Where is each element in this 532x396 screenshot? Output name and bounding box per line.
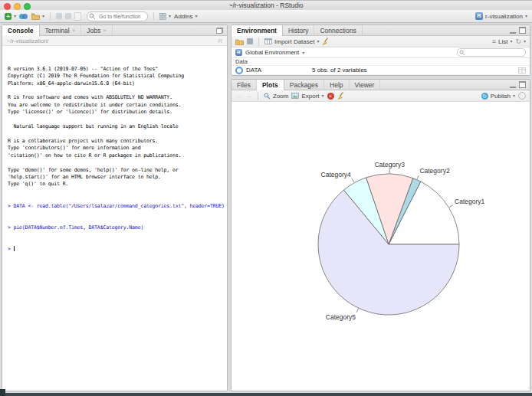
environment-toolbar: Import Dataset ▾ ≡ List ▾ ↻ ▾ (232, 36, 530, 47)
import-dataset-icon (264, 38, 272, 44)
pie-label: Category5 (326, 313, 356, 321)
plots-pane: Files Plots Packages Help Viewer ← → Zoo… (231, 79, 530, 391)
tab-console[interactable]: Console (2, 25, 40, 36)
goto-file-input[interactable] (97, 12, 146, 21)
export-plot-button[interactable]: Export ▾ (291, 93, 323, 100)
window-bottom-edge (0, 393, 532, 396)
tab-terminal[interactable]: Terminal× (40, 25, 82, 35)
addins-label: Addins (174, 13, 192, 20)
save-icon (56, 13, 62, 19)
console-prompt[interactable]: > (8, 246, 227, 253)
environment-scope-label[interactable]: Global Environment (245, 49, 299, 56)
export-label: Export (301, 93, 319, 100)
maximize-pane-icon[interactable] (519, 81, 526, 88)
tab-plots[interactable]: Plots (257, 80, 284, 90)
chevron-down-icon: ▾ (317, 39, 319, 44)
minimize-pane-icon[interactable] (510, 28, 516, 34)
new-project-icon[interactable] (19, 13, 28, 20)
console-command: > pie(DATA$Number.of.Times, DATA$Categor… (8, 224, 227, 231)
new-file-icon: + (5, 13, 11, 20)
save-button[interactable] (56, 13, 62, 19)
pie-label-tick (449, 205, 452, 208)
tab-jobs[interactable]: Jobs× (81, 25, 113, 35)
refresh-icon: ↻ (515, 38, 521, 45)
zoom-plot-button[interactable]: Zoom (264, 93, 288, 100)
close-icon[interactable]: × (103, 27, 107, 34)
maximize-pane-icon[interactable] (519, 27, 526, 34)
publish-button[interactable]: ↻ Publish ▾ (481, 93, 515, 100)
chevron-down-icon: ▾ (513, 93, 515, 98)
project-menu-button[interactable]: R r-visualization ▾ (475, 12, 527, 20)
panes-grid-icon (159, 13, 166, 20)
next-plot-icon[interactable]: → (245, 93, 252, 100)
chevron-down-icon: ▾ (525, 14, 527, 18)
tab-environment[interactable]: Environment (232, 25, 283, 36)
chevron-down-icon: ▾ (195, 14, 198, 18)
chevron-down-icon: ▾ (42, 14, 44, 18)
chevron-down-icon: ▾ (169, 14, 171, 18)
environment-search-box[interactable] (457, 48, 526, 57)
list-icon: ≡ (492, 38, 496, 45)
save-workspace-icon[interactable] (247, 38, 253, 44)
r-session-icon: R (218, 38, 222, 44)
console-pane: Console Terminal× Jobs× ~/r-visualizatio… (2, 25, 228, 391)
r-environment-icon: R (235, 49, 242, 56)
pie-label: Category2 (419, 167, 449, 175)
main-toolbar: + ▾ ▾ ▾ Addins ▾ R r-visualization ▾ (0, 10, 532, 23)
print-icon (74, 12, 81, 21)
data-section-header: Data (232, 58, 530, 66)
window-title: ~/r-visualization - RStudio (0, 2, 532, 9)
close-icon[interactable]: × (72, 27, 76, 34)
publish-label: Publish (491, 93, 511, 100)
pie-label-tick (352, 178, 354, 182)
pie-label-tick (356, 309, 358, 313)
object-name: DATA (246, 67, 312, 74)
previous-plot-icon[interactable]: ← (235, 93, 242, 100)
view-table-icon[interactable] (518, 67, 526, 74)
r-project-icon: R (475, 12, 483, 20)
console-startup-text: R version 3.6.1 (2019-07-05) -- "Action … (8, 66, 227, 188)
plot-canvas: Category1Category2Category3Category4Cate… (232, 102, 530, 391)
gear-icon[interactable] (518, 92, 526, 100)
import-dataset-button[interactable]: Import Dataset ▾ (264, 38, 319, 45)
expand-object-icon[interactable] (235, 67, 243, 74)
load-workspace-icon[interactable] (235, 38, 244, 45)
minimize-pane-icon[interactable] (510, 82, 516, 88)
tab-files[interactable]: Files (232, 80, 257, 90)
tab-connections[interactable]: Connections (314, 25, 362, 35)
open-file-button[interactable]: ▾ (31, 13, 44, 20)
plots-tabbar: Files Plots Packages Help Viewer (232, 80, 530, 90)
tab-history[interactable]: History (283, 25, 314, 35)
workspace-panes-button[interactable]: ▾ (159, 13, 171, 20)
tab-help[interactable]: Help (324, 80, 349, 90)
tab-packages[interactable]: Packages (284, 80, 324, 90)
publish-icon: ↻ (481, 93, 488, 100)
environment-object-row[interactable]: DATA 5 obs. of 2 variables (232, 66, 530, 75)
maximize-pane-icon[interactable] (216, 28, 223, 34)
text-cursor (14, 246, 15, 251)
clear-all-plots-icon[interactable] (337, 92, 344, 100)
save-all-button[interactable] (65, 13, 71, 19)
save-all-icon (65, 13, 71, 19)
pie-label-tick (417, 175, 419, 179)
pie-label: Category3 (375, 161, 405, 169)
folder-open-icon (31, 13, 40, 20)
tab-viewer[interactable]: Viewer (350, 80, 381, 90)
plots-toolbar: ← → Zoom Export ▾ × ↻ Publish ▾ (232, 90, 530, 102)
environment-scope-row: R Global Environment ▾ (232, 47, 530, 58)
new-file-button[interactable]: + ▾ (5, 13, 16, 20)
refresh-button[interactable]: ↻ ▾ (515, 38, 526, 45)
search-icon (89, 13, 96, 20)
import-dataset-label: Import Dataset (274, 38, 314, 45)
addins-button[interactable]: Addins ▾ (174, 13, 197, 20)
remove-plot-icon[interactable]: × (327, 93, 334, 100)
export-icon (291, 93, 299, 99)
environment-pane: Environment History Connections Import D… (231, 25, 530, 76)
print-button[interactable] (74, 12, 81, 21)
list-view-button[interactable]: ≡ List ▾ (492, 38, 513, 45)
pie-label: Category1 (455, 198, 484, 205)
clear-objects-icon[interactable] (322, 38, 329, 45)
chevron-down-icon: ▾ (322, 93, 324, 98)
console-output[interactable]: R version 3.6.1 (2019-07-05) -- "Action … (2, 46, 227, 391)
chevron-down-icon: ▾ (14, 14, 16, 18)
